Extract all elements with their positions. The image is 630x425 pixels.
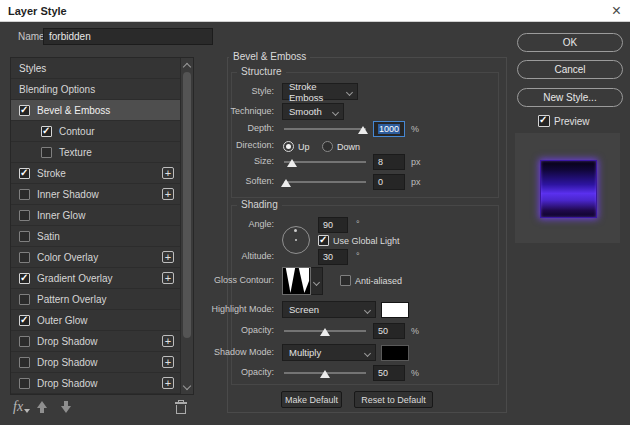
highlight-color-swatch[interactable] [381, 302, 409, 318]
sidebar-item-label: Inner Glow [37, 210, 85, 221]
make-default-button[interactable]: Make Default [281, 391, 342, 408]
reset-to-default-button[interactable]: Reset to Default [354, 391, 433, 408]
angle-label: Angle: [190, 219, 274, 229]
new-style-button[interactable]: New Style... [517, 88, 623, 107]
move-effect-up-button[interactable] [36, 401, 48, 414]
sidebar-item-bevel-emboss[interactable]: Bevel & Emboss [11, 100, 180, 121]
depth-slider[interactable] [284, 124, 366, 135]
direction-down-label: Down [337, 142, 360, 152]
depth-input[interactable]: 1000 [373, 121, 405, 137]
preview-checkbox[interactable] [538, 115, 550, 127]
name-input[interactable]: forbidden [43, 28, 213, 45]
style-enabled-checkbox[interactable] [19, 357, 30, 368]
chevron-down-icon [364, 350, 371, 357]
soften-label: Soften: [190, 176, 274, 186]
structure-title: Structure [237, 66, 286, 77]
ok-button[interactable]: OK [517, 33, 623, 52]
add-effect-button[interactable]: + [162, 377, 174, 389]
highlight-mode-dropdown[interactable]: Screen [282, 301, 376, 318]
fx-menu-button[interactable]: fx [13, 399, 23, 415]
soften-input[interactable]: 0 [373, 174, 405, 190]
slider-thumb[interactable] [287, 159, 297, 167]
use-global-light-checkbox[interactable] [318, 235, 329, 246]
delete-effect-button[interactable] [175, 401, 187, 414]
altitude-unit: ° [356, 251, 360, 261]
style-dropdown[interactable]: Stroke Emboss [282, 83, 358, 100]
highlight-opacity-input[interactable]: 50 [373, 323, 405, 339]
close-icon[interactable]: × [612, 0, 621, 22]
style-enabled-checkbox[interactable] [19, 252, 30, 263]
style-enabled-checkbox[interactable] [19, 378, 30, 389]
direction-up-radio[interactable] [283, 141, 294, 152]
chevron-down-icon [313, 279, 320, 286]
technique-dropdown[interactable]: Smooth [282, 103, 344, 120]
gloss-contour-dropdown-button[interactable] [311, 267, 323, 295]
style-enabled-checkbox[interactable] [19, 294, 30, 305]
anti-aliased-checkbox[interactable] [340, 275, 351, 286]
sidebar-item-drop-shadow[interactable]: Drop Shadow+ [11, 373, 180, 394]
style-enabled-checkbox[interactable] [19, 168, 30, 179]
sidebar-item-label: Inner Shadow [37, 189, 99, 200]
angle-dial[interactable] [282, 226, 310, 254]
style-enabled-checkbox[interactable] [19, 105, 30, 116]
slider-thumb[interactable] [320, 370, 330, 378]
altitude-input[interactable]: 30 [318, 249, 348, 265]
angle-input[interactable]: 90 [318, 217, 348, 233]
slider-thumb[interactable] [281, 179, 291, 187]
sidebar-item-blending-options[interactable]: Blending Options [11, 79, 180, 100]
add-effect-button[interactable]: + [162, 356, 174, 368]
sidebar-item-drop-shadow[interactable]: Drop Shadow+ [11, 331, 180, 352]
shadow-opacity-unit: % [411, 368, 419, 378]
sidebar-item-outer-glow[interactable]: Outer Glow [11, 310, 180, 331]
style-enabled-checkbox[interactable] [41, 126, 52, 137]
shading-title: Shading [237, 199, 282, 210]
soften-slider[interactable] [284, 177, 366, 188]
style-enabled-checkbox[interactable] [19, 336, 30, 347]
sidebar-item-drop-shadow[interactable]: Drop Shadow+ [11, 352, 180, 373]
move-effect-down-button[interactable] [60, 401, 72, 414]
add-effect-button[interactable]: + [162, 335, 174, 347]
sidebar-item-gradient-overlay[interactable]: Gradient Overlay+ [11, 268, 180, 289]
shadow-mode-dropdown[interactable]: Multiply [282, 344, 376, 361]
style-enabled-checkbox[interactable] [19, 189, 30, 200]
style-enabled-checkbox[interactable] [41, 147, 52, 158]
shadow-opacity-label: Opacity: [190, 367, 274, 377]
direction-down-radio[interactable] [322, 141, 333, 152]
size-input[interactable]: 8 [373, 154, 405, 170]
style-enabled-checkbox[interactable] [19, 210, 30, 221]
sidebar-item-color-overlay[interactable]: Color Overlay+ [11, 247, 180, 268]
gloss-contour-label: Gloss Contour: [190, 275, 274, 285]
scroll-down-icon[interactable] [183, 382, 191, 390]
direction-label: Direction: [190, 140, 274, 150]
sidebar-item-texture[interactable]: Texture [11, 142, 180, 163]
sidebar-item-inner-shadow[interactable]: Inner Shadow+ [11, 184, 180, 205]
sidebar-item-contour[interactable]: Contour [11, 121, 180, 142]
technique-label: Technique: [190, 106, 274, 116]
add-effect-button[interactable]: + [162, 251, 174, 263]
sidebar-item-label: Gradient Overlay [37, 273, 113, 284]
sidebar-item-pattern-overlay[interactable]: Pattern Overlay [11, 289, 180, 310]
style-label: Style: [190, 86, 274, 96]
style-enabled-checkbox[interactable] [19, 315, 30, 326]
shadow-opacity-slider[interactable] [284, 368, 366, 379]
slider-thumb[interactable] [358, 126, 368, 134]
style-enabled-checkbox[interactable] [19, 273, 30, 284]
slider-thumb[interactable] [320, 328, 330, 336]
highlight-opacity-slider[interactable] [284, 326, 366, 337]
add-effect-button[interactable]: + [162, 167, 174, 179]
scroll-up-icon[interactable] [183, 63, 191, 71]
add-effect-button[interactable]: + [162, 188, 174, 200]
add-effect-button[interactable]: + [162, 272, 174, 284]
sidebar-item-inner-glow[interactable]: Inner Glow [11, 205, 180, 226]
angle-unit: ° [356, 219, 360, 229]
size-slider[interactable] [284, 157, 366, 168]
shadow-color-swatch[interactable] [381, 345, 409, 361]
sidebar-item-label: Contour [59, 126, 95, 137]
style-enabled-checkbox[interactable] [19, 231, 30, 242]
gloss-contour-thumbnail[interactable] [282, 267, 311, 295]
sidebar-item-satin[interactable]: Satin [11, 226, 180, 247]
shadow-opacity-input[interactable]: 50 [373, 365, 405, 381]
sidebar-item-label: Drop Shadow [37, 357, 98, 368]
sidebar-item-stroke[interactable]: Stroke+ [11, 163, 180, 184]
cancel-button[interactable]: Cancel [517, 60, 623, 79]
